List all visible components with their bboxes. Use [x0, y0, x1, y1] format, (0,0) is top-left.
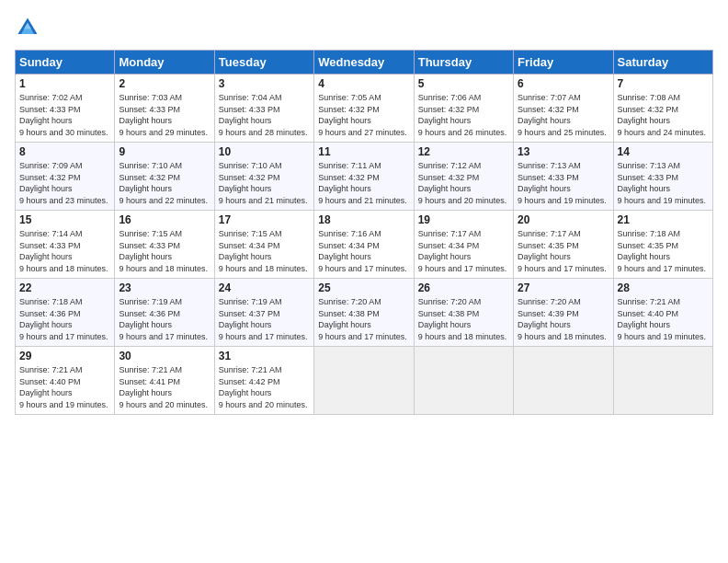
- calendar-cell: 24 Sunrise: 7:19 AM Sunset: 4:37 PM Dayl…: [214, 279, 313, 347]
- day-info: Sunrise: 7:17 AM Sunset: 4:34 PM Dayligh…: [418, 228, 509, 274]
- day-info: Sunrise: 7:18 AM Sunset: 4:36 PM Dayligh…: [19, 296, 110, 342]
- day-number: 18: [318, 213, 409, 226]
- weekday-header: Tuesday: [214, 51, 313, 75]
- day-number: 2: [119, 77, 210, 90]
- calendar-week-row: 8 Sunrise: 7:09 AM Sunset: 4:32 PM Dayli…: [16, 143, 713, 211]
- calendar: SundayMondayTuesdayWednesdayThursdayFrid…: [15, 50, 713, 415]
- day-info: Sunrise: 7:09 AM Sunset: 4:32 PM Dayligh…: [19, 160, 110, 206]
- header: [15, 15, 713, 40]
- day-info: Sunrise: 7:15 AM Sunset: 4:33 PM Dayligh…: [119, 228, 210, 274]
- day-number: 29: [19, 350, 110, 362]
- calendar-cell: 21 Sunrise: 7:18 AM Sunset: 4:35 PM Dayl…: [613, 211, 712, 279]
- day-info: Sunrise: 7:21 AM Sunset: 4:41 PM Dayligh…: [119, 364, 210, 410]
- weekday-header: Saturday: [613, 51, 712, 75]
- day-info: Sunrise: 7:02 AM Sunset: 4:33 PM Dayligh…: [19, 92, 110, 138]
- day-number: 7: [618, 77, 709, 90]
- day-number: 26: [418, 282, 509, 294]
- logo-icon: [15, 15, 40, 40]
- calendar-cell: 31 Sunrise: 7:21 AM Sunset: 4:42 PM Dayl…: [214, 347, 313, 415]
- calendar-cell: [613, 347, 712, 415]
- day-number: 31: [219, 350, 310, 362]
- day-info: Sunrise: 7:10 AM Sunset: 4:32 PM Dayligh…: [119, 160, 210, 206]
- calendar-cell: 4 Sunrise: 7:05 AM Sunset: 4:32 PM Dayli…: [314, 75, 414, 143]
- calendar-cell: 9 Sunrise: 7:10 AM Sunset: 4:32 PM Dayli…: [115, 143, 214, 211]
- calendar-cell: 12 Sunrise: 7:12 AM Sunset: 4:32 PM Dayl…: [414, 143, 513, 211]
- day-info: Sunrise: 7:15 AM Sunset: 4:34 PM Dayligh…: [219, 228, 310, 274]
- day-info: Sunrise: 7:12 AM Sunset: 4:32 PM Dayligh…: [418, 160, 509, 206]
- day-number: 28: [618, 282, 709, 294]
- day-number: 8: [19, 145, 110, 158]
- calendar-cell: 2 Sunrise: 7:03 AM Sunset: 4:33 PM Dayli…: [115, 75, 214, 143]
- calendar-cell: 25 Sunrise: 7:20 AM Sunset: 4:38 PM Dayl…: [314, 279, 414, 347]
- calendar-cell: 7 Sunrise: 7:08 AM Sunset: 4:32 PM Dayli…: [613, 75, 712, 143]
- calendar-cell: 28 Sunrise: 7:21 AM Sunset: 4:40 PM Dayl…: [613, 279, 712, 347]
- calendar-cell: [414, 347, 513, 415]
- day-number: 20: [518, 213, 609, 226]
- calendar-cell: [314, 347, 414, 415]
- day-number: 11: [318, 145, 409, 158]
- day-info: Sunrise: 7:06 AM Sunset: 4:32 PM Dayligh…: [418, 92, 509, 138]
- day-info: Sunrise: 7:13 AM Sunset: 4:33 PM Dayligh…: [618, 160, 709, 206]
- day-number: 21: [618, 213, 709, 226]
- calendar-week-row: 1 Sunrise: 7:02 AM Sunset: 4:33 PM Dayli…: [16, 75, 713, 143]
- calendar-cell: 5 Sunrise: 7:06 AM Sunset: 4:32 PM Dayli…: [414, 75, 513, 143]
- calendar-cell: 23 Sunrise: 7:19 AM Sunset: 4:36 PM Dayl…: [115, 279, 214, 347]
- day-number: 10: [219, 145, 310, 158]
- day-info: Sunrise: 7:04 AM Sunset: 4:33 PM Dayligh…: [219, 92, 310, 138]
- day-number: 17: [219, 213, 310, 226]
- day-info: Sunrise: 7:21 AM Sunset: 4:42 PM Dayligh…: [219, 364, 310, 410]
- day-info: Sunrise: 7:16 AM Sunset: 4:34 PM Dayligh…: [318, 228, 409, 274]
- logo: [15, 15, 44, 40]
- calendar-week-row: 22 Sunrise: 7:18 AM Sunset: 4:36 PM Dayl…: [16, 279, 713, 347]
- day-info: Sunrise: 7:18 AM Sunset: 4:35 PM Dayligh…: [618, 228, 709, 274]
- day-number: 30: [119, 350, 210, 362]
- day-info: Sunrise: 7:19 AM Sunset: 4:37 PM Dayligh…: [219, 296, 310, 342]
- day-info: Sunrise: 7:20 AM Sunset: 4:38 PM Dayligh…: [418, 296, 509, 342]
- day-info: Sunrise: 7:03 AM Sunset: 4:33 PM Dayligh…: [119, 92, 210, 138]
- calendar-cell: [514, 347, 613, 415]
- calendar-cell: 20 Sunrise: 7:17 AM Sunset: 4:35 PM Dayl…: [514, 211, 613, 279]
- day-number: 19: [418, 213, 509, 226]
- day-number: 9: [119, 145, 210, 158]
- day-number: 23: [119, 282, 210, 294]
- day-number: 25: [318, 282, 409, 294]
- day-info: Sunrise: 7:17 AM Sunset: 4:35 PM Dayligh…: [518, 228, 609, 274]
- calendar-cell: 17 Sunrise: 7:15 AM Sunset: 4:34 PM Dayl…: [214, 211, 313, 279]
- calendar-cell: 6 Sunrise: 7:07 AM Sunset: 4:32 PM Dayli…: [514, 75, 613, 143]
- day-number: 4: [318, 77, 409, 90]
- day-info: Sunrise: 7:21 AM Sunset: 4:40 PM Dayligh…: [19, 364, 110, 410]
- day-number: 22: [19, 282, 110, 294]
- calendar-cell: 8 Sunrise: 7:09 AM Sunset: 4:32 PM Dayli…: [16, 143, 115, 211]
- day-info: Sunrise: 7:20 AM Sunset: 4:39 PM Dayligh…: [518, 296, 609, 342]
- day-info: Sunrise: 7:21 AM Sunset: 4:40 PM Dayligh…: [618, 296, 709, 342]
- calendar-cell: 3 Sunrise: 7:04 AM Sunset: 4:33 PM Dayli…: [214, 75, 313, 143]
- calendar-cell: 19 Sunrise: 7:17 AM Sunset: 4:34 PM Dayl…: [414, 211, 513, 279]
- calendar-cell: 11 Sunrise: 7:11 AM Sunset: 4:32 PM Dayl…: [314, 143, 414, 211]
- day-number: 12: [418, 145, 509, 158]
- day-number: 24: [219, 282, 310, 294]
- day-number: 3: [219, 77, 310, 90]
- weekday-header: Monday: [115, 51, 214, 75]
- calendar-cell: 18 Sunrise: 7:16 AM Sunset: 4:34 PM Dayl…: [314, 211, 414, 279]
- weekday-header: Wednesday: [314, 51, 414, 75]
- calendar-cell: 1 Sunrise: 7:02 AM Sunset: 4:33 PM Dayli…: [16, 75, 115, 143]
- calendar-header-row: SundayMondayTuesdayWednesdayThursdayFrid…: [16, 51, 713, 75]
- calendar-cell: 29 Sunrise: 7:21 AM Sunset: 4:40 PM Dayl…: [16, 347, 115, 415]
- day-number: 14: [618, 145, 709, 158]
- day-number: 6: [518, 77, 609, 90]
- day-info: Sunrise: 7:05 AM Sunset: 4:32 PM Dayligh…: [318, 92, 409, 138]
- weekday-header: Thursday: [414, 51, 513, 75]
- day-number: 5: [418, 77, 509, 90]
- calendar-cell: 10 Sunrise: 7:10 AM Sunset: 4:32 PM Dayl…: [214, 143, 313, 211]
- weekday-header: Friday: [514, 51, 613, 75]
- calendar-cell: 13 Sunrise: 7:13 AM Sunset: 4:33 PM Dayl…: [514, 143, 613, 211]
- weekday-header: Sunday: [16, 51, 115, 75]
- day-info: Sunrise: 7:10 AM Sunset: 4:32 PM Dayligh…: [219, 160, 310, 206]
- page: SundayMondayTuesdayWednesdayThursdayFrid…: [0, 0, 728, 563]
- day-number: 15: [19, 213, 110, 226]
- calendar-cell: 26 Sunrise: 7:20 AM Sunset: 4:38 PM Dayl…: [414, 279, 513, 347]
- day-info: Sunrise: 7:11 AM Sunset: 4:32 PM Dayligh…: [318, 160, 409, 206]
- day-number: 13: [518, 145, 609, 158]
- day-info: Sunrise: 7:07 AM Sunset: 4:32 PM Dayligh…: [518, 92, 609, 138]
- day-number: 27: [518, 282, 609, 294]
